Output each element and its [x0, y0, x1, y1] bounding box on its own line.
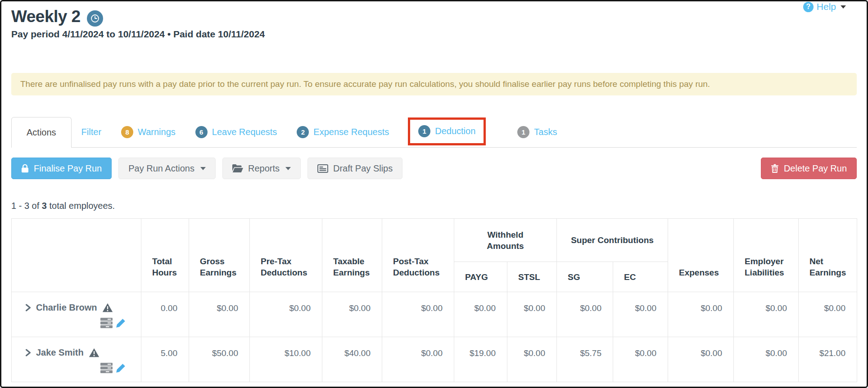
column-header-stsl: STSL	[507, 262, 557, 292]
draft-pay-slips-button[interactable]: Draft Pay Slips	[307, 158, 402, 179]
tab-deduction[interactable]: 1 Deduction	[416, 125, 478, 137]
employee-name[interactable]: Jake Smith	[36, 347, 84, 358]
cell-payg: $19.00	[454, 337, 507, 382]
summary-total: 3	[42, 201, 47, 211]
trash-icon	[771, 164, 779, 173]
tab-expense-requests[interactable]: 2 Expense Requests	[287, 117, 399, 147]
column-header-post-tax-deductions: Post-Tax Deductions	[382, 219, 454, 292]
employee-count-summary: 1 - 3 of 3 total employees.	[11, 201, 857, 211]
delete-pay-run-label: Delete Pay Run	[784, 163, 847, 174]
leave-requests-count-badge: 6	[195, 126, 208, 138]
cell-post-tax-deductions: $0.00	[382, 337, 454, 382]
tab-tasks-label: Tasks	[534, 127, 557, 137]
employee-name[interactable]: Charlie Brown	[36, 302, 97, 313]
group-header-super-contributions: Super Contributions	[557, 219, 668, 262]
tab-actions-label: Actions	[27, 127, 56, 138]
column-header-net-earnings: Net Earnings	[799, 219, 857, 292]
cell-employer-liabilities: $0.00	[734, 337, 799, 382]
tab-bar: Actions Filter 8 Warnings 6 Leave Reques…	[11, 117, 857, 148]
warning-banner-text: There are unfinalised pay runs with a pa…	[20, 79, 710, 89]
column-header-sg: SG	[557, 262, 613, 292]
employee-name-row[interactable]: Charlie Brown	[25, 302, 141, 313]
employee-cell: Jake Smith	[12, 337, 141, 382]
column-header-ec: EC	[613, 262, 668, 292]
finalise-pay-run-label: Finalise Pay Run	[34, 163, 102, 174]
finalise-pay-run-button[interactable]: Finalise Pay Run	[11, 158, 112, 179]
cell-taxable-earnings: $40.00	[322, 337, 382, 382]
chevron-right-icon	[25, 304, 31, 311]
page-title: Weekly 2	[11, 7, 81, 26]
help-menu[interactable]: ? Help	[803, 1, 846, 12]
chevron-down-icon	[200, 167, 206, 170]
warning-banner: There are unfinalised pay runs with a pa…	[11, 73, 857, 95]
lock-icon	[21, 164, 29, 173]
toolbar: Finalise Pay Run Pay Run Actions Reports	[11, 158, 857, 179]
cell-sg: $0.00	[557, 292, 613, 337]
tab-filter[interactable]: Filter	[72, 117, 111, 147]
warnings-count-badge: 8	[121, 126, 133, 138]
delete-pay-run-button[interactable]: Delete Pay Run	[761, 158, 857, 179]
tab-tasks[interactable]: 1 Tasks	[507, 117, 567, 147]
cell-payg: $0.00	[454, 292, 507, 337]
chevron-down-icon	[285, 167, 291, 170]
expense-requests-count-badge: 2	[297, 126, 309, 138]
cell-total-hours: 5.00	[141, 337, 189, 382]
tasks-count-badge: 1	[517, 126, 529, 138]
deduction-highlight-annotation: 1 Deduction	[408, 117, 486, 145]
cell-expenses: $0.00	[668, 337, 734, 382]
cell-expenses: $0.00	[668, 292, 734, 337]
group-header-withheld-amounts: Withheld Amounts	[454, 219, 557, 262]
tab-leave-requests[interactable]: 6 Leave Requests	[185, 117, 287, 147]
page-frame: Weekly 2 Pay period 4/11/2024 to 10/11/2…	[0, 0, 868, 388]
employee-name-row[interactable]: Jake Smith	[25, 347, 141, 358]
cell-pre-tax-deductions: $10.00	[250, 337, 322, 382]
tab-filter-label: Filter	[81, 127, 101, 137]
cell-total-hours: 0.00	[141, 292, 189, 337]
pay-run-table: Total Hours Gross Earnings Pre-Tax Deduc…	[11, 218, 857, 382]
help-label: Help	[817, 1, 836, 12]
pay-run-actions-button[interactable]: Pay Run Actions	[118, 158, 216, 179]
column-header-taxable-earnings: Taxable Earnings	[322, 219, 382, 292]
pay-period-subtitle: Pay period 4/11/2024 to 10/11/2024 • Pai…	[11, 29, 857, 40]
pay-run-actions-label: Pay Run Actions	[128, 163, 194, 174]
pay-run-notes-icon[interactable]	[100, 363, 113, 373]
clock-icon	[87, 10, 103, 27]
chevron-right-icon	[25, 349, 31, 356]
cell-ec: $0.00	[613, 292, 668, 337]
column-header-employee	[12, 219, 141, 292]
cell-post-tax-deductions: $0.00	[382, 292, 454, 337]
column-header-payg: PAYG	[454, 262, 507, 292]
tab-expense-requests-label: Expense Requests	[313, 127, 389, 137]
warning-triangle-icon	[89, 348, 99, 357]
cell-net-earnings: $0.00	[799, 292, 857, 337]
cell-gross-earnings: $0.00	[189, 292, 250, 337]
summary-suffix: total employees.	[47, 201, 115, 211]
tab-warnings[interactable]: 8 Warnings	[111, 117, 185, 147]
warning-triangle-icon	[102, 303, 113, 312]
tab-actions[interactable]: Actions	[11, 117, 72, 148]
tab-deduction-label: Deduction	[435, 126, 475, 136]
edit-pencil-icon[interactable]	[116, 318, 126, 328]
cell-employer-liabilities: $0.00	[734, 292, 799, 337]
edit-pencil-icon[interactable]	[116, 363, 126, 373]
page-header: Weekly 2 Pay period 4/11/2024 to 10/11/2…	[11, 1, 857, 40]
tab-leave-requests-label: Leave Requests	[212, 127, 277, 137]
draft-pay-slips-label: Draft Pay Slips	[333, 163, 393, 174]
reports-label: Reports	[248, 163, 280, 174]
list-document-icon	[317, 164, 328, 173]
table-row-charlie-brown: Charlie Brown 0.00 $0.00 $0.00 $0.00 $0.…	[12, 292, 857, 337]
column-header-pre-tax-deductions: Pre-Tax Deductions	[250, 219, 322, 292]
deduction-count-badge: 1	[418, 125, 430, 137]
cell-stsl: $0.00	[507, 292, 557, 337]
chevron-down-icon	[841, 5, 846, 9]
cell-sg: $5.75	[557, 337, 613, 382]
cell-ec: $0.00	[613, 337, 668, 382]
cell-stsl: $0.00	[507, 337, 557, 382]
question-circle-icon: ?	[803, 2, 814, 12]
cell-taxable-earnings: $0.00	[322, 292, 382, 337]
reports-button[interactable]: Reports	[222, 158, 301, 179]
employee-cell: Charlie Brown	[12, 292, 141, 337]
pay-run-notes-icon[interactable]	[100, 318, 113, 328]
cell-net-earnings: $21.00	[799, 337, 857, 382]
cell-gross-earnings: $50.00	[189, 337, 250, 382]
